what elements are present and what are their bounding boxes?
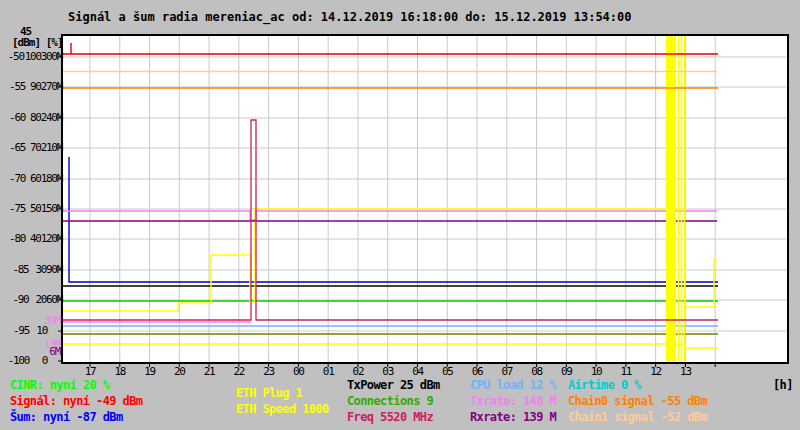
y-label-rate: 90M (46, 264, 62, 276)
y-label-rate: 210M (41, 142, 62, 154)
legend-chain1: Chain1 signal -52 dBm (568, 411, 707, 424)
x-axis-hour-label: 06 (465, 366, 489, 378)
legend-signal: Signál: nyní -49 dBm (10, 395, 143, 408)
y-label-rate: 60M (46, 294, 62, 306)
legend-airtime: Airtime 0 % (568, 379, 641, 392)
x-axis-hour-label: 23 (257, 366, 281, 378)
x-axis-unit: [h] (773, 379, 793, 392)
event-band (684, 36, 686, 362)
y-label-pct: 100 (25, 51, 41, 63)
y-label-dbm: -65 (0, 142, 25, 154)
x-axis-hour-label: 12 (644, 366, 668, 378)
y-axis-row: -7060180M (0, 173, 62, 185)
legend-eth-plug: ETH Plug 1 (236, 387, 302, 400)
y-label-dbm: -90 (0, 294, 28, 306)
x-axis-hour-label: 09 (554, 366, 578, 378)
y-label-rate: 150M (41, 203, 62, 215)
legend-freq: Freq 5520 MHz (347, 411, 433, 424)
y-axis-row: -5590270M (0, 81, 62, 93)
y-label-pct: 50 (26, 203, 41, 215)
x-axis-hour-label: 10 (584, 366, 608, 378)
legend-rxrate: Rxrate: 139 M (470, 411, 556, 424)
x-axis-hour-label: 18 (108, 366, 132, 378)
y-axis-row: -7550150M (0, 203, 62, 215)
event-band (681, 36, 683, 362)
x-axis-hour-label: 17 (78, 366, 102, 378)
y-label-dbm: -50 (0, 51, 24, 63)
x-axis-hour-label: 02 (346, 366, 370, 378)
y-label-pct: 90 (26, 81, 41, 93)
y-label-dbm: -55 (0, 81, 25, 93)
y-axis-row: -853090M (0, 264, 62, 276)
y-label-pct: 30 (29, 264, 46, 276)
legend-txpower: TxPower 25 dBm (347, 379, 440, 392)
x-axis-hour-label: 21 (197, 366, 221, 378)
y-axis-row: -6570210M (0, 142, 62, 154)
legend-noise: Šum: nyní -87 dBm (10, 411, 123, 424)
legend-cinr: CINR: nyní 20 % (10, 379, 109, 392)
legend-eth-speed: ETH Speed 1000 (236, 403, 329, 416)
legend-connections: Connections 9 (347, 395, 433, 408)
y-label-dbm: -80 (0, 233, 25, 245)
y-axis-row: -902060M (0, 294, 62, 306)
mrtg-graph-page: Signál a šum radia mereniac_ac od: 14.12… (0, 0, 800, 430)
y-label-rate: 180M (41, 173, 62, 185)
x-axis-hour-label: 22 (227, 366, 251, 378)
x-axis-hour-label: 11 (614, 366, 638, 378)
y-label-rate-marker: 6M (0, 346, 60, 358)
x-axis-hour-label: 13 (673, 366, 697, 378)
y-label-rate: 300M (41, 51, 62, 63)
x-axis-hour-label: 20 (167, 366, 191, 378)
y-label-rate: 270M (41, 81, 62, 93)
y-label-pct: 60 (26, 173, 41, 185)
x-axis-hour-label: 19 (138, 366, 162, 378)
legend-chain0: Chain0 signal -55 dBm (568, 395, 707, 408)
y-label-rate: 240M (41, 112, 62, 124)
y-label-dbm: -70 (0, 173, 25, 185)
y-label-pct: 20 (29, 294, 46, 306)
event-band (666, 36, 676, 362)
y-axis-row: -8040120M (0, 233, 62, 245)
x-axis-hour-label: 00 (286, 366, 310, 378)
x-axis-hour-label: 05 (435, 366, 459, 378)
x-axis-hour-label: 03 (376, 366, 400, 378)
x-axis-hour-label: 01 (316, 366, 340, 378)
event-band (678, 36, 680, 362)
x-axis-hour-label: 08 (525, 366, 549, 378)
y-axis-row: -6080240M (0, 112, 62, 124)
y-label-pct: 80 (26, 112, 41, 124)
y-label-rate-marker: 39M (0, 315, 60, 327)
y-label-dbm: -85 (0, 264, 28, 276)
y-label-dbm: -60 (0, 112, 25, 124)
y-label-pct: 40 (26, 233, 41, 245)
x-axis-hour-label: 04 (405, 366, 429, 378)
legend-txrate: Txrate: 148 M (470, 395, 556, 408)
y-label-pct: 70 (26, 142, 41, 154)
y-axis-row: -50100300M (0, 51, 62, 63)
y-label-dbm: -75 (0, 203, 25, 215)
y-label-rate: 120M (41, 233, 62, 245)
x-axis-hour-label: 07 (495, 366, 519, 378)
legend-cpu-load: CPU load 12 % (470, 379, 556, 392)
